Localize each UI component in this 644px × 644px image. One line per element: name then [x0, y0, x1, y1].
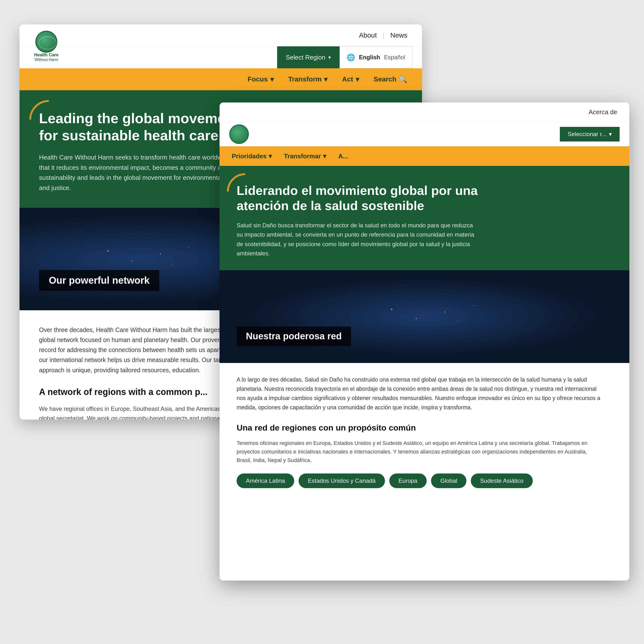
select-region-button[interactable]: Select Region ▾	[277, 46, 340, 68]
about-link[interactable]: About	[359, 31, 377, 39]
network-body: Over three decades, Health Care Without …	[39, 325, 239, 375]
logo-text-line1: Health Care	[34, 53, 59, 58]
search-icon: 🔍	[399, 75, 407, 83]
logo[interactable]: Health Care Without Harm	[34, 31, 59, 62]
spanish-window: Acerca de Seleccionar r... ▾ Prioridades…	[220, 102, 629, 581]
win2-hero-title: Liderando el movimiento global por una a…	[237, 183, 505, 213]
win2-region-btn-sudeste[interactable]: Sudeste Asiático	[471, 473, 533, 488]
utility-bar: About | News	[20, 24, 422, 46]
lang-spanish[interactable]: Español	[384, 54, 405, 61]
win2-region-btn-global[interactable]: Global	[431, 473, 466, 488]
nav-act[interactable]: Act ▾	[342, 75, 359, 83]
win2-region-btn-eeuu[interactable]: Estados Unidos y Canadá	[299, 473, 385, 488]
win2-nav-transformar-label: Transformar	[284, 152, 321, 160]
win2-chevron-prioridades-icon: ▾	[269, 152, 272, 160]
win2-region-btn-al-label: América Latina	[246, 477, 285, 484]
win2-header: Seleccionar r... ▾	[220, 122, 629, 146]
chevron-focus-icon: ▾	[270, 75, 274, 83]
win2-hero-body: Salud sin Daño busca transformar el sect…	[237, 221, 476, 258]
utility-links: About | News	[359, 31, 407, 39]
win2-acerca-link[interactable]: Acerca de	[589, 108, 617, 116]
win2-utility-bar: Acerca de	[220, 102, 629, 122]
win2-content-section: A lo largo de tres décadas, Salud sin Da…	[220, 363, 629, 500]
lang-english[interactable]: English	[359, 54, 380, 61]
win2-logo-globe-icon	[229, 124, 249, 144]
win2-nav-a-label: A...	[338, 152, 348, 160]
win2-globe-lights	[220, 270, 629, 363]
nav-focus-label: Focus	[248, 75, 268, 83]
network-subtext: We have regional offices in Europe, Sout…	[39, 404, 239, 420]
win2-select-region-button[interactable]: Seleccionar r... ▾	[560, 127, 620, 141]
logo-bar: Health Care Without Harm	[34, 24, 59, 68]
win2-region-btn-europa-label: Europa	[399, 477, 417, 484]
nav-search[interactable]: Search 🔍	[374, 75, 407, 83]
win2-network-label: Nuestra poderosa red	[237, 327, 351, 346]
region-lang-bar: Select Region ▾ 🌐 English Español	[20, 46, 422, 68]
win2-nav-prioridades[interactable]: Prioridades ▾	[232, 152, 272, 160]
main-nav: Focus ▾ Transform ▾ Act ▾ Search 🔍	[20, 68, 422, 90]
chevron-transform-icon: ▾	[324, 75, 327, 83]
win2-network-body: A lo largo de tres décadas, Salud sin Da…	[237, 375, 603, 412]
divider: |	[383, 31, 384, 39]
select-region-label: Select Region	[286, 54, 325, 61]
win2-network-heading: Una red de regiones con un propósito com…	[237, 423, 612, 433]
win2-network-label-text: Nuestra poderosa red	[246, 331, 342, 341]
nav-focus[interactable]: Focus ▾	[248, 75, 273, 83]
language-selector: 🌐 English Español	[340, 46, 412, 68]
win2-main-nav: Prioridades ▾ Transformar ▾ A...	[220, 146, 629, 166]
network-label: Our powerful network	[39, 270, 159, 291]
news-link[interactable]: News	[390, 31, 407, 39]
win2-hero-section: Liderando el movimiento global por una a…	[220, 166, 629, 270]
win2-network-subtext: Tenemos oficinas regionales en Europa, E…	[237, 439, 603, 465]
win2-globe-section: Nuestra poderosa red	[220, 270, 629, 363]
win2-region-btn-global-label: Global	[440, 477, 457, 484]
win2-chevron-icon: ▾	[609, 131, 612, 138]
chevron-act-icon: ▾	[356, 75, 359, 83]
logo-text-line2: Without Harm	[34, 58, 58, 62]
flag-icon: 🌐	[347, 53, 355, 61]
logo-globe-icon	[35, 31, 57, 53]
nav-transform-label: Transform	[288, 75, 322, 83]
win2-logo[interactable]	[229, 124, 249, 144]
win2-nav-transformar[interactable]: Transformar ▾	[284, 152, 326, 160]
nav-act-label: Act	[342, 75, 353, 83]
win2-region-btn-europa[interactable]: Europa	[389, 473, 427, 488]
win2-select-region-label: Seleccionar r...	[568, 131, 606, 138]
hero-body: Health Care Without Harm seeks to transf…	[39, 152, 249, 193]
win2-region-btn-eeuu-label: Estados Unidos y Canadá	[308, 477, 376, 484]
win2-chevron-transformar-icon: ▾	[323, 152, 326, 160]
win2-region-btn-americalatina[interactable]: América Latina	[237, 473, 294, 488]
win2-nav-prioridades-label: Prioridades	[232, 152, 267, 160]
win2-region-buttons: América Latina Estados Unidos y Canadá E…	[237, 473, 612, 488]
chevron-down-icon: ▾	[328, 54, 331, 60]
nav-transform[interactable]: Transform ▾	[288, 75, 328, 83]
network-label-text: Our powerful network	[49, 275, 150, 286]
win2-nav-a[interactable]: A...	[338, 152, 348, 160]
win2-region-btn-sudeste-label: Sudeste Asiático	[480, 477, 523, 484]
nav-search-label: Search	[374, 75, 396, 83]
